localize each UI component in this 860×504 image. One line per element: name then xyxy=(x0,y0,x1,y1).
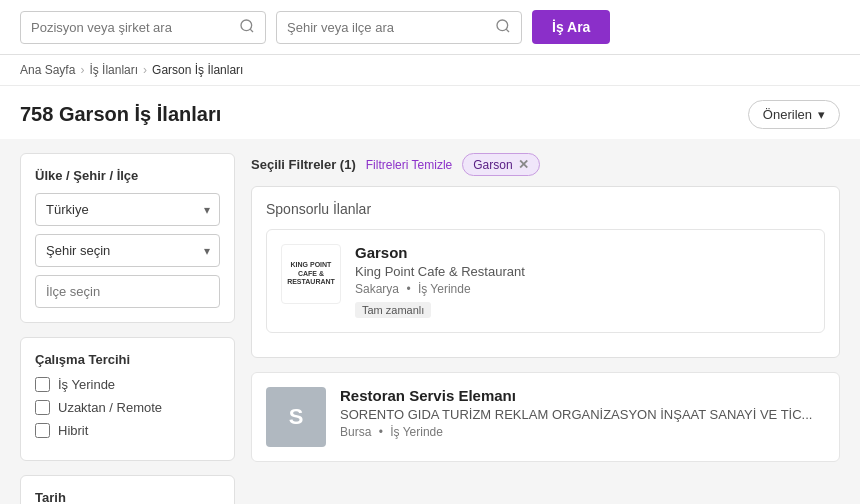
svg-line-1 xyxy=(250,29,253,32)
dot-1: • xyxy=(406,282,410,296)
checkbox-uzaktan: Uzaktan / Remote xyxy=(35,400,220,415)
district-input[interactable] xyxy=(35,275,220,308)
job-company-2: SORENTO GIDA TURİZM REKLAM ORGANİZASYON … xyxy=(340,407,825,422)
sort-button[interactable]: Önerilen ▾ xyxy=(748,100,840,129)
is-yerinde-label[interactable]: İş Yerinde xyxy=(58,377,115,392)
page-title-area: 758 Garson İş İlanları Önerilen ▾ xyxy=(0,86,860,139)
title-suffix: İş İlanları xyxy=(135,103,222,125)
job-meta-2: Bursa • İş Yerinde xyxy=(340,425,825,439)
uzaktan-checkbox[interactable] xyxy=(35,400,50,415)
country-select[interactable]: Türkiye xyxy=(35,193,220,226)
job-contract-1: Tam zamanlı xyxy=(355,302,431,318)
job-company-1: King Point Cafe & Restaurant xyxy=(355,264,810,279)
calisma-title: Çalışma Tercihi xyxy=(35,352,220,367)
breadcrumb: Ana Sayfa › İş İlanları › Garson İş İlan… xyxy=(0,55,860,86)
breadcrumb-ilanlar[interactable]: İş İlanları xyxy=(89,63,138,77)
svg-point-0 xyxy=(241,20,252,31)
city-select-wrapper: Şehir seçin xyxy=(35,234,220,267)
job-logo-sorento: S xyxy=(266,387,326,447)
job-work-type-1: İş Yerinde xyxy=(418,282,471,296)
is-ara-button[interactable]: İş Ara xyxy=(532,10,610,44)
position-search-input[interactable] xyxy=(31,20,231,35)
svg-line-3 xyxy=(506,29,509,32)
calisma-section: Çalışma Tercihi İş Yerinde Uzaktan / Rem… xyxy=(20,337,235,461)
job-city-2: Bursa xyxy=(340,425,371,439)
hibrit-checkbox[interactable] xyxy=(35,423,50,438)
city-select[interactable]: Şehir seçin xyxy=(35,234,220,267)
job-card-2[interactable]: S Restoran Servis Elemanı SORENTO GIDA T… xyxy=(251,372,840,462)
job-info-2: Restoran Servis Elemanı SORENTO GIDA TUR… xyxy=(340,387,825,447)
remove-filter-icon[interactable]: ✕ xyxy=(518,157,529,172)
breadcrumb-home[interactable]: Ana Sayfa xyxy=(20,63,75,77)
filter-tag-garson: Garson ✕ xyxy=(462,153,539,176)
job-work-type-2: İş Yerinde xyxy=(390,425,443,439)
job-card-sponsored-1[interactable]: KING POINTCAFE &RESTAURANT Garson King P… xyxy=(266,229,825,333)
filter-selected-label: Seçili Filtreler (1) xyxy=(251,157,356,172)
filter-tag-label: Garson xyxy=(473,158,512,172)
job-logo-king-point: KING POINTCAFE &RESTAURANT xyxy=(281,244,341,304)
job-meta-1: Sakarya • İş Yerinde xyxy=(355,282,810,296)
dot-2: • xyxy=(379,425,383,439)
position-search-box[interactable] xyxy=(20,11,266,44)
is-yerinde-checkbox[interactable] xyxy=(35,377,50,392)
checkbox-hibrit: Hibrit xyxy=(35,423,220,438)
job-city-1: Sakarya xyxy=(355,282,399,296)
header: İş Ara xyxy=(0,0,860,55)
tarih-section: Tarih xyxy=(20,475,235,504)
clear-filters-link[interactable]: Filtreleri Temizle xyxy=(366,158,452,172)
breadcrumb-sep-1: › xyxy=(80,63,84,77)
city-search-box[interactable] xyxy=(276,11,522,44)
job-info-1: Garson King Point Cafe & Restaurant Saka… xyxy=(355,244,810,318)
hibrit-label[interactable]: Hibrit xyxy=(58,423,88,438)
result-count: 758 xyxy=(20,103,53,125)
job-logo-initial: S xyxy=(289,404,304,430)
checkbox-is-yerinde: İş Yerinde xyxy=(35,377,220,392)
sort-label: Önerilen xyxy=(763,107,812,122)
sponsored-title: Sponsorlu İlanlar xyxy=(266,201,825,217)
content: Seçili Filtreler (1) Filtreleri Temizle … xyxy=(251,153,840,504)
city-search-input[interactable] xyxy=(287,20,487,35)
job-title-2: Restoran Servis Elemanı xyxy=(340,387,825,404)
tarih-title: Tarih xyxy=(21,476,234,504)
breadcrumb-sep-2: › xyxy=(143,63,147,77)
svg-point-2 xyxy=(497,20,508,31)
position-search-icon xyxy=(239,18,255,37)
location-title: Ülke / Şehir / İlçe xyxy=(35,168,220,183)
search-keyword: Garson xyxy=(59,103,129,125)
location-section: Ülke / Şehir / İlçe Türkiye Şehir seçin xyxy=(20,153,235,323)
uzaktan-label[interactable]: Uzaktan / Remote xyxy=(58,400,162,415)
breadcrumb-current: Garson İş İlanları xyxy=(152,63,243,77)
country-select-wrapper: Türkiye xyxy=(35,193,220,226)
sponsored-section: Sponsorlu İlanlar KING POINTCAFE &RESTAU… xyxy=(251,186,840,358)
job-title-1: Garson xyxy=(355,244,810,261)
main-layout: Ülke / Şehir / İlçe Türkiye Şehir seçin … xyxy=(0,139,860,504)
king-point-logo-text: KING POINTCAFE &RESTAURANT xyxy=(283,257,339,290)
page-title: 758 Garson İş İlanları xyxy=(20,103,221,126)
sidebar: Ülke / Şehir / İlçe Türkiye Şehir seçin … xyxy=(20,153,235,504)
chevron-down-icon: ▾ xyxy=(818,107,825,122)
filter-area: Seçili Filtreler (1) Filtreleri Temizle … xyxy=(251,153,840,176)
city-search-icon xyxy=(495,18,511,37)
